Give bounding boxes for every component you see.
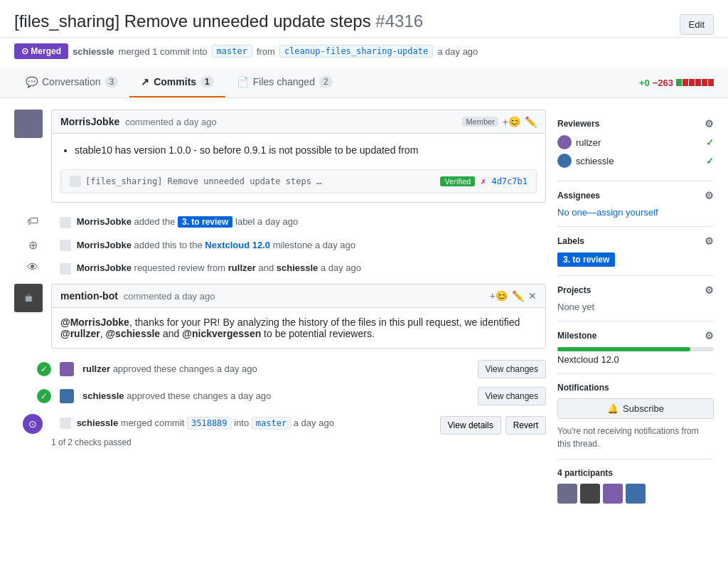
participant-1[interactable] bbox=[557, 484, 577, 504]
assignees-section: Assignees ⚙ No one—assign yourself bbox=[557, 181, 714, 227]
bell-icon: 🔔 bbox=[607, 403, 619, 414]
comment-list-item: stable10 has version 1.0.0 - so before 0… bbox=[75, 142, 537, 158]
milestone-text[interactable]: Nextcloud 12.0 bbox=[557, 354, 714, 365]
review-event-avatar bbox=[60, 263, 71, 275]
commit-x-icon: ✗ bbox=[481, 176, 486, 186]
pr-title-text: [files_sharing] Remove unneeded update s… bbox=[14, 11, 371, 31]
label-event: 🏷 MorrisJobke added the 3. to review lab… bbox=[14, 214, 546, 229]
reviewers-section: Reviewers ⚙ rullzer ✓ schiessle ✓ bbox=[557, 110, 714, 181]
milestone-event-content: MorrisJobke added this to the Nextcloud … bbox=[60, 238, 546, 252]
schiessle-check-icon: ✓ bbox=[14, 389, 51, 403]
milestone-event-name[interactable]: Nextcloud 12.0 bbox=[205, 240, 270, 250]
main-comment-author[interactable]: MorrisJobke bbox=[60, 116, 119, 127]
diff-bar-2 bbox=[682, 79, 688, 86]
commits-icon: ↗ bbox=[141, 76, 149, 87]
diff-bars bbox=[676, 79, 714, 86]
diff-deletions: −263 bbox=[653, 78, 673, 88]
projects-gear-icon[interactable]: ⚙ bbox=[705, 284, 714, 296]
merged-badge: ⊙ Merged bbox=[14, 43, 68, 59]
participant-3[interactable] bbox=[603, 484, 623, 504]
labels-title: Labels bbox=[557, 236, 584, 246]
reviewers-gear-icon[interactable]: ⚙ bbox=[705, 118, 714, 129]
main-comment-avatar bbox=[14, 110, 43, 138]
projects-section: Projects ⚙ None yet bbox=[557, 276, 714, 321]
rullzer-view-changes-btn[interactable]: View changes bbox=[478, 360, 547, 378]
edit-comment-icon[interactable]: ✏️ bbox=[525, 116, 537, 127]
reviewer-rullzer-name[interactable]: rullzer bbox=[576, 137, 601, 148]
milestone-gear-icon[interactable]: ⚙ bbox=[705, 330, 714, 341]
label-badge[interactable]: 3. to review bbox=[178, 216, 232, 228]
milestone-bar-bg bbox=[557, 347, 714, 351]
assignees-text[interactable]: No one—assign yourself bbox=[557, 207, 714, 218]
schiessle-name[interactable]: schiessle bbox=[82, 390, 124, 401]
revert-btn[interactable]: Revert bbox=[505, 416, 546, 435]
edit-button[interactable]: Edit bbox=[680, 14, 714, 35]
labels-title-row: Labels ⚙ bbox=[557, 235, 714, 247]
files-changed-label: Files changed bbox=[253, 76, 315, 87]
subscribe-label: Subscribe bbox=[623, 403, 664, 414]
sidebar: Reviewers ⚙ rullzer ✓ schiessle ✓ As bbox=[557, 110, 714, 512]
milestone-title-row: Milestone ⚙ bbox=[557, 330, 714, 341]
reviewer-rullzer-check: ✓ bbox=[706, 137, 714, 148]
merge-commit-sha[interactable]: 3518889 bbox=[187, 417, 232, 430]
labels-section: Labels ⚙ 3. to review bbox=[557, 227, 714, 276]
label-3-to-review[interactable]: 3. to review bbox=[557, 252, 615, 267]
mention-bot-comment-box: mention-bot commented a day ago +😊 ✏️ ✕ … bbox=[51, 284, 546, 349]
mention-bot-close[interactable]: ✕ bbox=[528, 290, 537, 302]
files-changed-count: 2 bbox=[319, 76, 333, 87]
head-branch[interactable]: cleanup-files_sharing-update bbox=[279, 45, 433, 58]
rullzer-avatar bbox=[60, 362, 74, 376]
mention-user-2[interactable]: @rullzer bbox=[60, 328, 100, 339]
reviewer-1[interactable]: rullzer bbox=[228, 262, 256, 273]
rullzer-name[interactable]: rullzer bbox=[82, 363, 110, 374]
mention-user-1[interactable]: @MorrisJobke bbox=[60, 317, 129, 328]
merge-icon-area: ⊙ bbox=[14, 414, 51, 434]
reviewer-2[interactable]: schiessle bbox=[277, 262, 318, 273]
projects-title-row: Projects ⚙ bbox=[557, 284, 714, 296]
commit-sha[interactable]: 4d7c7b1 bbox=[491, 176, 528, 186]
participants-title: 4 participants bbox=[557, 468, 714, 478]
participant-2[interactable] bbox=[580, 484, 600, 504]
mention-bot-author[interactable]: mention-bot bbox=[60, 290, 118, 302]
mention-bot-avatar: 🤖 bbox=[14, 284, 43, 312]
participants-section: 4 participants bbox=[557, 459, 714, 512]
pr-number: #4316 bbox=[375, 11, 423, 31]
mention-user-3[interactable]: @schiessle bbox=[105, 328, 160, 339]
mention-bot-edit[interactable]: ✏️ bbox=[512, 290, 524, 302]
reviewer-schiessle-name[interactable]: schiessle bbox=[576, 156, 614, 166]
assignees-title-row: Assignees ⚙ bbox=[557, 190, 714, 201]
assignees-gear-icon[interactable]: ⚙ bbox=[705, 190, 714, 201]
merge-user[interactable]: schiessle bbox=[77, 418, 119, 428]
merge-branch[interactable]: master bbox=[252, 417, 291, 430]
mention-user-4[interactable]: @nickvergessen bbox=[182, 328, 261, 339]
emoji-button[interactable]: +😊 bbox=[503, 116, 520, 127]
mention-bot-actions: +😊 ✏️ ✕ bbox=[490, 290, 537, 302]
commits-label: Commits bbox=[154, 76, 196, 87]
pr-title: [files_sharing] Remove unneeded update s… bbox=[14, 11, 714, 31]
view-details-btn[interactable]: View details bbox=[440, 416, 501, 435]
main-comment-actions: Member +😊 ✏️ bbox=[462, 116, 537, 127]
tab-files-changed[interactable]: 📄 Files changed 2 bbox=[225, 68, 344, 97]
subscribe-button[interactable]: 🔔 Subscribe bbox=[557, 398, 714, 419]
pr-author[interactable]: schiessle bbox=[73, 46, 114, 57]
tag-icon: 🏷 bbox=[27, 215, 38, 228]
milestone-section: Milestone ⚙ Nextcloud 12.0 bbox=[557, 321, 714, 374]
approval-schiessle: ✓ schiessle approved these changes a day… bbox=[14, 387, 546, 405]
label-event-user[interactable]: MorrisJobke bbox=[77, 216, 132, 227]
base-branch[interactable]: master bbox=[212, 45, 252, 58]
notifications-section: Notifications 🔔 Subscribe You're not rec… bbox=[557, 374, 714, 459]
mention-bot-emoji[interactable]: +😊 bbox=[490, 290, 508, 302]
merge-action-buttons: View details Revert bbox=[440, 414, 546, 435]
labels-gear-icon[interactable]: ⚙ bbox=[705, 235, 714, 247]
reviewer-rullzer-avatar bbox=[557, 135, 572, 149]
merge-event-block: ⊙ schiessle merged commit 3518889 into m… bbox=[14, 414, 546, 435]
diff-bar-5 bbox=[702, 79, 707, 86]
review-event-user[interactable]: MorrisJobke bbox=[77, 262, 132, 273]
milestone-event-user[interactable]: MorrisJobke bbox=[77, 240, 132, 250]
member-badge: Member bbox=[462, 117, 498, 127]
schiessle-view-changes-btn[interactable]: View changes bbox=[478, 387, 547, 405]
diff-bar-1 bbox=[676, 79, 682, 86]
tab-commits[interactable]: ↗ Commits 1 bbox=[129, 68, 225, 97]
tab-conversation[interactable]: 💬 Conversation 3 bbox=[14, 68, 129, 97]
participant-4[interactable] bbox=[626, 484, 646, 504]
